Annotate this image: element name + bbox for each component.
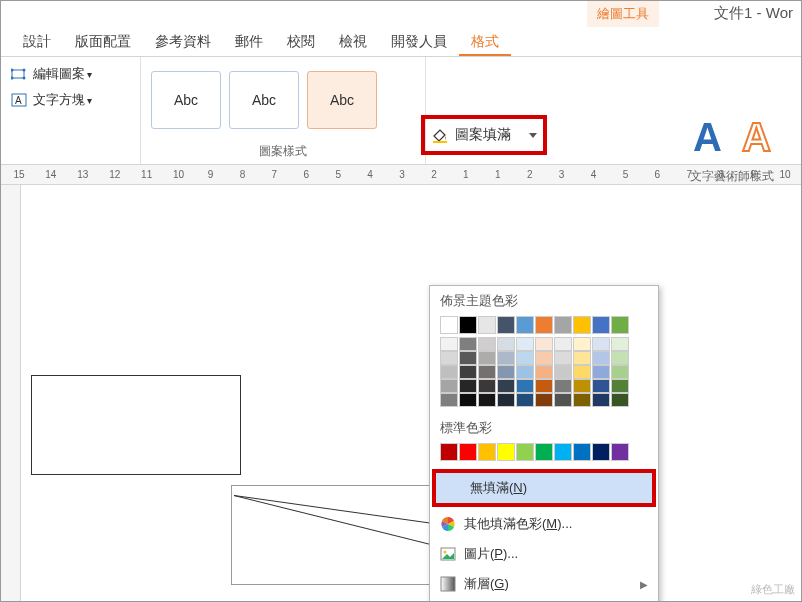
color-swatch[interactable] xyxy=(573,379,591,393)
color-swatch[interactable] xyxy=(440,351,458,365)
color-swatch[interactable] xyxy=(497,351,515,365)
more-fill-colors-item[interactable]: 其他填滿色彩(M)... xyxy=(430,509,658,539)
color-swatch[interactable] xyxy=(592,393,610,407)
color-swatch[interactable] xyxy=(516,316,534,334)
color-swatch[interactable] xyxy=(573,316,591,334)
color-swatch[interactable] xyxy=(535,379,553,393)
picture-fill-item[interactable]: 圖片(P)... xyxy=(430,539,658,569)
color-swatch[interactable] xyxy=(592,337,610,351)
color-swatch[interactable] xyxy=(478,393,496,407)
color-swatch[interactable] xyxy=(592,379,610,393)
color-swatch[interactable] xyxy=(459,443,477,461)
color-swatch[interactable] xyxy=(573,351,591,365)
color-swatch[interactable] xyxy=(478,351,496,365)
svg-point-4 xyxy=(23,77,26,80)
color-swatch[interactable] xyxy=(592,316,610,334)
ribbon-tab-3[interactable]: 郵件 xyxy=(223,27,275,56)
color-swatch[interactable] xyxy=(611,316,629,334)
color-swatch[interactable] xyxy=(535,443,553,461)
color-swatch[interactable] xyxy=(554,351,572,365)
shape-style-gallery[interactable]: Abc Abc Abc xyxy=(151,71,415,129)
ribbon-tab-4[interactable]: 校閱 xyxy=(275,27,327,56)
color-swatch[interactable] xyxy=(497,316,515,334)
gradient-fill-item[interactable]: 漸層(G) ▶ xyxy=(430,569,658,599)
color-swatch[interactable] xyxy=(516,365,534,379)
color-swatch[interactable] xyxy=(497,337,515,351)
ribbon-tab-1[interactable]: 版面配置 xyxy=(63,27,143,56)
shape-fill-button[interactable]: 圖案填滿 xyxy=(421,115,547,155)
color-swatch[interactable] xyxy=(516,443,534,461)
color-swatch[interactable] xyxy=(516,379,534,393)
color-swatch[interactable] xyxy=(459,393,477,407)
color-swatch[interactable] xyxy=(573,337,591,351)
color-swatch[interactable] xyxy=(611,379,629,393)
color-swatch[interactable] xyxy=(611,337,629,351)
edit-shape-icon xyxy=(11,67,29,81)
color-swatch[interactable] xyxy=(478,316,496,334)
color-swatch[interactable] xyxy=(592,443,610,461)
color-swatch[interactable] xyxy=(554,337,572,351)
shape-style-1[interactable]: Abc xyxy=(151,71,221,129)
color-swatch[interactable] xyxy=(573,365,591,379)
color-swatch[interactable] xyxy=(516,351,534,365)
color-swatch[interactable] xyxy=(554,443,572,461)
ribbon-tab-0[interactable]: 設計 xyxy=(11,27,63,56)
text-box-button[interactable]: A 文字方塊▾ xyxy=(11,91,130,109)
ribbon-tab-2[interactable]: 參考資料 xyxy=(143,27,223,56)
color-swatch[interactable] xyxy=(535,316,553,334)
ruler-tick: 4 xyxy=(354,169,386,180)
wordart-style-2[interactable]: A xyxy=(742,115,771,160)
color-swatch[interactable] xyxy=(497,379,515,393)
color-swatch[interactable] xyxy=(440,365,458,379)
wordart-style-1[interactable]: A xyxy=(693,115,722,160)
color-swatch[interactable] xyxy=(554,365,572,379)
edit-shape-button[interactable]: 編輯圖案▾ xyxy=(11,65,130,83)
color-swatch[interactable] xyxy=(554,393,572,407)
shape-style-2[interactable]: Abc xyxy=(229,71,299,129)
color-swatch[interactable] xyxy=(440,393,458,407)
color-swatch[interactable] xyxy=(535,365,553,379)
color-swatch[interactable] xyxy=(611,393,629,407)
color-swatch[interactable] xyxy=(573,393,591,407)
color-swatch[interactable] xyxy=(478,337,496,351)
color-swatch[interactable] xyxy=(440,337,458,351)
color-swatch[interactable] xyxy=(535,351,553,365)
ruler-tick: 7 xyxy=(258,169,290,180)
color-swatch[interactable] xyxy=(535,337,553,351)
ribbon-tab-6[interactable]: 開發人員 xyxy=(379,27,459,56)
color-swatch[interactable] xyxy=(516,393,534,407)
color-swatch[interactable] xyxy=(516,337,534,351)
color-swatch[interactable] xyxy=(611,351,629,365)
more-colors-label: 其他填滿色彩(M)... xyxy=(464,515,572,533)
color-swatch[interactable] xyxy=(478,379,496,393)
color-swatch[interactable] xyxy=(459,365,477,379)
submenu-arrow-icon: ▶ xyxy=(640,579,648,590)
drawn-rectangle-shape[interactable] xyxy=(31,375,241,475)
color-swatch[interactable] xyxy=(554,316,572,334)
no-fill-item[interactable]: 無填滿(N) xyxy=(436,473,652,503)
color-swatch[interactable] xyxy=(440,379,458,393)
color-swatch[interactable] xyxy=(497,393,515,407)
color-swatch[interactable] xyxy=(592,365,610,379)
ribbon-tab-7[interactable]: 格式 xyxy=(459,27,511,56)
color-swatch[interactable] xyxy=(478,443,496,461)
shape-style-3[interactable]: Abc xyxy=(307,71,377,129)
color-swatch[interactable] xyxy=(535,393,553,407)
color-swatch[interactable] xyxy=(459,351,477,365)
document-area[interactable]: 佈景主題色彩 標準色彩 無填滿(N) 其他填滿色彩(M)... 圖片(P)...… xyxy=(1,185,801,601)
color-swatch[interactable] xyxy=(592,351,610,365)
color-swatch[interactable] xyxy=(459,316,477,334)
color-swatch[interactable] xyxy=(497,365,515,379)
color-swatch[interactable] xyxy=(459,379,477,393)
color-swatch[interactable] xyxy=(440,316,458,334)
color-swatch[interactable] xyxy=(611,365,629,379)
color-swatch[interactable] xyxy=(573,443,591,461)
color-swatch[interactable] xyxy=(497,443,515,461)
ribbon-tab-5[interactable]: 檢視 xyxy=(327,27,379,56)
shape-styles-group: Abc Abc Abc 圖案樣式 xyxy=(141,57,426,164)
color-swatch[interactable] xyxy=(440,443,458,461)
color-swatch[interactable] xyxy=(478,365,496,379)
color-swatch[interactable] xyxy=(459,337,477,351)
color-swatch[interactable] xyxy=(554,379,572,393)
color-swatch[interactable] xyxy=(611,443,629,461)
